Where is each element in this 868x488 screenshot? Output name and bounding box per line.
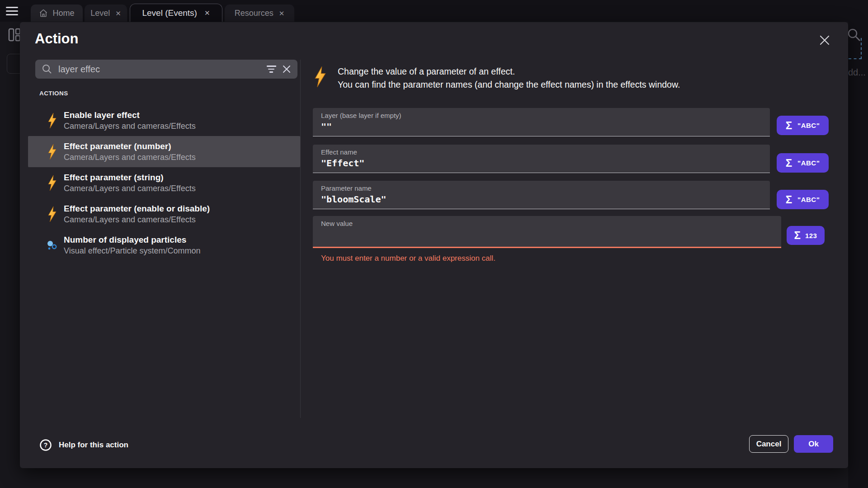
- list-item[interactable]: Effect parameter (enable or disable) Cam…: [28, 198, 300, 230]
- tab-close-icon[interactable]: ✕: [279, 10, 285, 17]
- layer-field[interactable]: Layer (base layer if empty) "": [313, 108, 770, 136]
- action-path: Camera/Layers and cameras/Effects: [64, 183, 196, 194]
- action-title: Number of displayed particles: [64, 234, 200, 245]
- expression-builder-button[interactable]: Σ 123: [787, 226, 825, 245]
- new-value-field[interactable]: New value: [313, 216, 781, 248]
- field-value: "bloomScale": [321, 194, 387, 205]
- tab-label: Level (Events): [142, 8, 197, 18]
- action-title: Enable layer effect: [64, 109, 196, 121]
- lightning-icon: [47, 205, 57, 223]
- sigma-icon: Σ: [786, 120, 792, 131]
- field-label: Parameter name: [321, 184, 372, 192]
- lightning-icon: [47, 174, 57, 192]
- svg-text:?: ?: [44, 441, 48, 449]
- sigma-icon: Σ: [794, 230, 801, 241]
- lightning-icon: [314, 66, 326, 87]
- field-label: Effect name: [321, 148, 357, 156]
- list-item[interactable]: Number of displayed particles Visual eff…: [28, 230, 300, 261]
- search-icon: [42, 64, 52, 75]
- expression-type-label: 123: [805, 232, 817, 239]
- action-path: Camera/Layers and cameras/Effects: [64, 152, 196, 163]
- clear-search-icon[interactable]: [282, 65, 291, 74]
- validation-error-text: You must enter a number or a valid expre…: [321, 254, 495, 263]
- lightning-icon: [47, 143, 57, 161]
- close-dialog-button[interactable]: [816, 32, 833, 48]
- action-title: Effect parameter (string): [64, 172, 196, 183]
- action-path: Visual effect/Particle system/Common: [64, 245, 200, 256]
- home-icon: [39, 9, 48, 18]
- cancel-button[interactable]: Cancel: [749, 435, 788, 453]
- help-icon: ?: [39, 439, 52, 451]
- selection-dashed-outline: [849, 38, 862, 59]
- expression-type-label: "ABC": [797, 122, 820, 129]
- sigma-icon: Σ: [786, 194, 792, 205]
- panels-layout-icon[interactable]: [8, 28, 21, 42]
- help-label: Help for this action: [59, 441, 128, 450]
- tab-close-icon[interactable]: ✕: [204, 9, 210, 16]
- effect-name-field[interactable]: Effect name "Effect": [313, 145, 770, 173]
- field-label: Layer (base layer if empty): [321, 112, 401, 119]
- tab-label: Resources: [235, 9, 274, 18]
- dialog-title: Action: [35, 31, 78, 47]
- help-link[interactable]: ? Help for this action: [39, 439, 128, 451]
- tab-label: Home: [52, 9, 74, 18]
- action-title: Effect parameter (number): [64, 141, 196, 152]
- description-line: You can find the parameter names (and ch…: [338, 78, 803, 91]
- truncated-background-text: dd...: [848, 67, 866, 78]
- action-description: Change the value of a parameter of an ef…: [338, 65, 803, 91]
- action-path: Camera/Layers and cameras/Effects: [64, 214, 210, 225]
- action-title: Effect parameter (enable or disable): [64, 203, 210, 214]
- action-list: Enable layer effect Camera/Layers and ca…: [28, 105, 300, 261]
- parameter-name-field[interactable]: Parameter name "bloomScale": [313, 181, 770, 209]
- list-item[interactable]: Enable layer effect Camera/Layers and ca…: [28, 105, 300, 136]
- expression-builder-button[interactable]: Σ "ABC": [777, 116, 829, 135]
- action-path: Camera/Layers and cameras/Effects: [64, 121, 196, 131]
- search-input[interactable]: [58, 64, 260, 75]
- expression-type-label: "ABC": [797, 196, 820, 203]
- field-label: New value: [321, 220, 353, 227]
- list-item-selected[interactable]: Effect parameter (number) Camera/Layers …: [28, 136, 300, 167]
- actions-section-header: ACTIONS: [39, 90, 68, 97]
- tab-level-events[interactable]: Level (Events) ✕: [130, 4, 222, 22]
- lightning-icon: [47, 112, 57, 130]
- tab-close-icon[interactable]: ✕: [115, 10, 121, 17]
- expression-type-label: "ABC": [797, 159, 820, 167]
- app-topbar: Home Level ✕ Level (Events) ✕ Resources …: [0, 0, 868, 22]
- filter-icon[interactable]: [266, 66, 276, 73]
- tab-home[interactable]: Home: [31, 5, 83, 22]
- tab-resources[interactable]: Resources ✕: [225, 5, 294, 22]
- list-item[interactable]: Effect parameter (string) Camera/Layers …: [28, 167, 300, 198]
- menu-icon[interactable]: [6, 7, 19, 17]
- description-line: Change the value of a parameter of an ef…: [338, 65, 803, 78]
- close-icon: [819, 34, 830, 46]
- expression-builder-button[interactable]: Σ "ABC": [777, 153, 829, 173]
- action-dialog: Action ACTIONS Enable layer effect Camer…: [20, 22, 848, 468]
- ok-button[interactable]: Ok: [794, 435, 833, 453]
- sigma-icon: Σ: [786, 158, 792, 169]
- action-search-bar: [35, 60, 297, 79]
- app-stage: Home Level ✕ Level (Events) ✕ Resources …: [0, 0, 868, 488]
- panel-divider: [300, 60, 301, 418]
- field-value: "": [321, 121, 332, 132]
- particles-icon: [47, 236, 57, 254]
- tab-label: Level: [90, 9, 110, 18]
- tab-level[interactable]: Level ✕: [85, 5, 127, 22]
- field-value: "Effect": [321, 158, 364, 169]
- expression-builder-button[interactable]: Σ "ABC": [777, 190, 829, 209]
